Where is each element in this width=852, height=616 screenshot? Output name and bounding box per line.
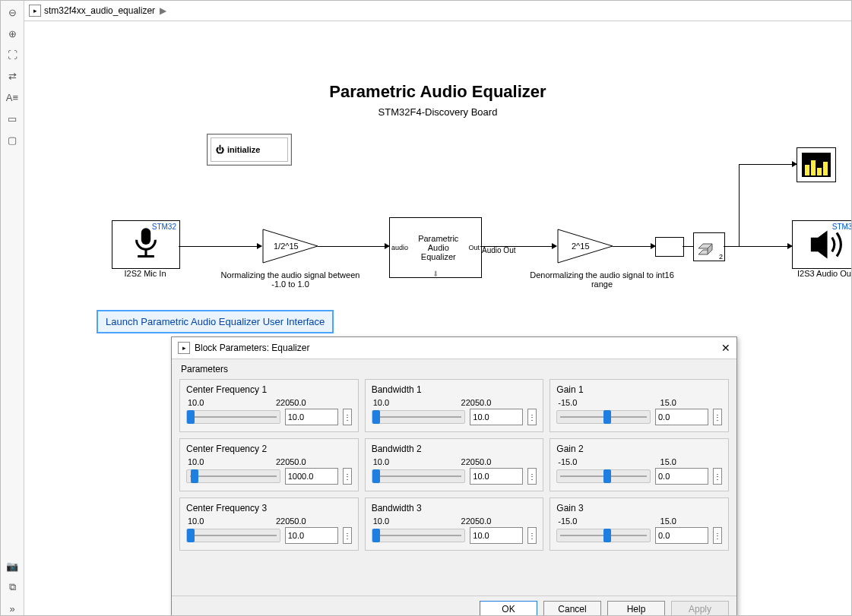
svg-marker-8 xyxy=(811,230,828,258)
param-value-input[interactable] xyxy=(470,409,523,425)
gain2-text: 2^15 xyxy=(572,242,590,251)
initialize-label: initialize xyxy=(227,145,260,154)
param-max: 22050.0 xyxy=(461,516,492,526)
param-slider[interactable] xyxy=(186,469,280,483)
param-max: 22050.0 xyxy=(276,457,306,466)
param-value-input[interactable] xyxy=(655,468,708,485)
param-value-input[interactable] xyxy=(655,409,708,425)
param-name: Bandwidth 2 xyxy=(372,444,537,454)
model-icon: ▸ xyxy=(29,5,41,17)
param-more-button[interactable]: ⋮ xyxy=(713,409,722,425)
canvas[interactable]: Parametric Audio Equalizer STM32F4-Disco… xyxy=(24,21,851,615)
buffer-block[interactable]: 2 xyxy=(693,232,725,261)
param-min: 10.0 xyxy=(373,457,389,466)
param-more-button[interactable]: ⋮ xyxy=(527,468,537,485)
mic-badge: STM32 xyxy=(152,223,176,231)
screenshot-icon[interactable]: 📷 xyxy=(5,559,19,573)
audio-out-block[interactable]: STM32 xyxy=(792,220,851,269)
dialog-title: Block Parameters: Equalizer xyxy=(195,343,309,353)
param-cell: Bandwidth 210.022050.0⋮ xyxy=(365,438,544,491)
param-name: Bandwidth 3 xyxy=(372,503,537,513)
nav-back-icon[interactable]: ⊖ xyxy=(5,5,19,19)
buffer-count: 2 xyxy=(719,253,723,261)
param-min: 10.0 xyxy=(188,398,204,407)
ok-button[interactable]: OK xyxy=(480,601,537,615)
breadcrumb-model[interactable]: stm32f4xx_audio_equalizer xyxy=(44,5,155,16)
param-value-input[interactable] xyxy=(655,527,708,544)
zoom-in-icon[interactable]: ⊕ xyxy=(5,27,19,40)
param-slider[interactable] xyxy=(372,469,466,483)
cancel-button[interactable]: Cancel xyxy=(543,601,601,615)
speaker-label: I2S3 Audio Out xyxy=(792,269,851,278)
param-more-button[interactable]: ⋮ xyxy=(527,527,537,544)
param-slider[interactable] xyxy=(556,469,651,483)
param-value-input[interactable] xyxy=(285,409,338,425)
param-name: Center Frequency 1 xyxy=(186,384,352,395)
param-max: 22050.0 xyxy=(461,457,492,466)
scope-block[interactable] xyxy=(797,147,836,182)
close-icon[interactable]: ✕ xyxy=(721,342,730,354)
param-more-button[interactable]: ⋮ xyxy=(343,468,352,485)
block-parameters-dialog: ▸ Block Parameters: Equalizer ✕ Paramete… xyxy=(171,336,737,615)
param-more-button[interactable]: ⋮ xyxy=(713,468,722,485)
param-value-input[interactable] xyxy=(470,527,523,544)
launch-ui-link[interactable]: Launch Parametric Audio Equalizer User I… xyxy=(97,310,334,333)
eq-title: Parametric Audio Equalizer xyxy=(408,234,468,261)
gain-normalize-block[interactable]: 1/2^15 xyxy=(261,228,319,264)
param-value-input[interactable] xyxy=(285,527,338,544)
param-slider[interactable] xyxy=(186,529,280,542)
mic-label: I2S2 Mic In xyxy=(112,269,179,278)
gain2-label: Denormalizing the audio signal to int16 … xyxy=(526,270,678,289)
param-name: Gain 1 xyxy=(556,384,722,395)
equalizer-subsystem[interactable]: audio Parametric Audio Equalizer Out ⬇ xyxy=(389,217,482,278)
param-name: Gain 3 xyxy=(556,503,722,513)
param-min: 10.0 xyxy=(373,398,389,407)
left-toolbar: ⊖ ⊕ ⛶ ⇄ A≡ ▭ ▢ 📷 ⧉ » xyxy=(1,1,24,615)
fit-to-view-icon[interactable]: ⛶ xyxy=(5,48,19,62)
param-name: Center Frequency 2 xyxy=(186,444,352,454)
param-slider[interactable] xyxy=(186,410,280,424)
param-cell: Bandwidth 310.022050.0⋮ xyxy=(365,498,544,551)
param-max: 22050.0 xyxy=(276,398,306,407)
chevron-right-icon: ▶ xyxy=(160,5,166,16)
image-icon[interactable]: ▭ xyxy=(5,112,19,125)
expand-icon[interactable]: » xyxy=(5,602,19,615)
param-name: Bandwidth 1 xyxy=(372,384,537,395)
param-min: 10.0 xyxy=(188,516,204,526)
param-more-button[interactable]: ⋮ xyxy=(527,409,537,425)
initialize-block[interactable]: ⏻ initialize xyxy=(207,134,292,166)
svg-rect-0 xyxy=(141,228,150,245)
area-icon[interactable]: ▢ xyxy=(5,133,19,147)
swap-icon[interactable]: ⇄ xyxy=(5,69,19,83)
gain-denormalize-block[interactable]: 2^15 xyxy=(556,228,614,264)
param-cell: Center Frequency 110.022050.0⋮ xyxy=(179,379,359,432)
down-arrow-icon: ⬇ xyxy=(432,270,439,278)
param-max: 15.0 xyxy=(660,398,676,407)
mic-in-block[interactable]: STM32 xyxy=(112,220,180,269)
param-name: Center Frequency 3 xyxy=(186,503,352,513)
gain1-text: 1/2^15 xyxy=(274,242,299,251)
annotation-icon[interactable]: A≡ xyxy=(5,90,19,104)
model-info-icon[interactable]: ⧉ xyxy=(5,580,19,594)
param-slider[interactable] xyxy=(372,410,466,424)
param-value-input[interactable] xyxy=(470,468,523,485)
eq-out-port: Out xyxy=(468,244,480,251)
breadcrumb: ▸ stm32f4xx_audio_equalizer ▶ xyxy=(24,1,851,21)
param-max: 15.0 xyxy=(660,457,676,466)
param-slider[interactable] xyxy=(556,529,651,542)
param-more-button[interactable]: ⋮ xyxy=(713,527,722,544)
param-min: -15.0 xyxy=(558,398,577,407)
param-cell: Center Frequency 210.022050.0⋮ xyxy=(179,438,359,491)
param-slider[interactable] xyxy=(372,529,466,542)
params-section-title: Parameters xyxy=(181,364,729,374)
power-icon: ⏻ xyxy=(216,145,224,154)
param-more-button[interactable]: ⋮ xyxy=(343,527,352,544)
param-value-input[interactable] xyxy=(285,468,338,485)
param-cell: Bandwidth 110.022050.0⋮ xyxy=(365,379,544,432)
help-button[interactable]: Help xyxy=(607,601,665,615)
convert-block[interactable] xyxy=(655,237,684,257)
param-max: 15.0 xyxy=(660,516,676,526)
param-slider[interactable] xyxy=(556,410,651,424)
param-more-button[interactable]: ⋮ xyxy=(343,409,352,425)
param-max: 22050.0 xyxy=(276,516,306,526)
